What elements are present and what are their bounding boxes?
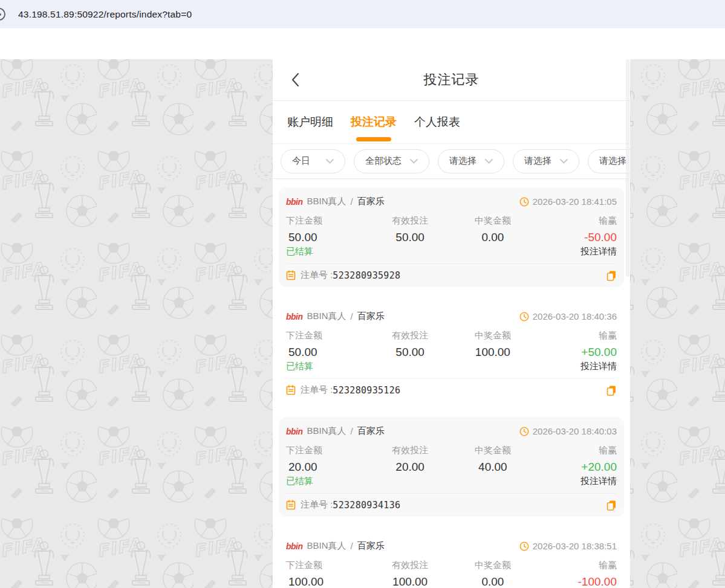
bet-timestamp: 2026-03-20 18:38:51 xyxy=(533,541,617,551)
bet-amount-label: 下注金额 xyxy=(286,215,369,227)
bbin-logo: bbin xyxy=(286,427,303,436)
valid-bet-col: 有效投注 100.00 xyxy=(369,560,452,588)
bet-timestamp: 2026-03-20 18:40:36 xyxy=(533,311,617,321)
card-footer: 注单号 : 523280935126 xyxy=(286,378,617,396)
bet-amount-value: 100.00 xyxy=(286,575,369,588)
win-amount-value: 40.00 xyxy=(452,460,535,474)
bet-amount-label: 下注金额 xyxy=(286,445,369,456)
profit-label: 输赢 xyxy=(534,560,617,571)
bet-detail-link[interactable]: 投注详情 xyxy=(580,476,617,487)
copy-button[interactable] xyxy=(606,270,617,281)
filter-select-5-label: 请选择 xyxy=(599,155,626,167)
status-badge: 已结算 xyxy=(286,246,313,257)
valid-bet-value: 50.00 xyxy=(369,231,452,244)
amount-columns: 下注金额 50.00 有效投注 50.00 中奖金额 100.00 输赢 +50… xyxy=(286,330,617,359)
panel-header: 投注记录 xyxy=(273,59,630,101)
tab-personal-report[interactable]: 个人报表 xyxy=(414,101,460,143)
profit-label: 输赢 xyxy=(534,215,617,227)
bet-timestamp: 2026-03-20 18:40:03 xyxy=(533,426,617,436)
valid-bet-label: 有效投注 xyxy=(369,215,452,227)
order-number-label: 注单号 : xyxy=(301,499,333,511)
amount-columns: 下注金额 20.00 有效投注 20.00 中奖金额 40.00 输赢 +20.… xyxy=(286,445,617,474)
filter-select-3[interactable]: 请选择 xyxy=(438,149,504,173)
provider-name: BBIN真人 xyxy=(307,540,346,552)
win-amount-col: 中奖金额 0.00 xyxy=(452,560,535,588)
bet-detail-link[interactable]: 投注详情 xyxy=(580,361,617,372)
bet-record-card: bbin BBIN真人 / 百家乐 2026-03-20 18:41:05 下注… xyxy=(279,187,624,287)
page-top-whitespace xyxy=(0,28,725,59)
win-amount-label: 中奖金额 xyxy=(452,560,535,571)
bet-record-card: bbin BBIN真人 / 百家乐 2026-03-20 18:40:36 下注… xyxy=(279,302,624,402)
win-amount-col: 中奖金额 40.00 xyxy=(452,445,535,474)
order-number-value: 523280934136 xyxy=(333,500,400,511)
bbin-logo: bbin xyxy=(286,312,303,321)
valid-bet-label: 有效投注 xyxy=(369,560,452,571)
copy-button[interactable] xyxy=(606,385,617,396)
filter-status-select[interactable]: 全部状态 xyxy=(354,149,429,173)
bet-amount-value: 20.00 xyxy=(286,460,369,474)
tab-bet-records[interactable]: 投注记录 xyxy=(351,101,397,143)
card-header: bbin BBIN真人 / 百家乐 2026-03-20 18:41:05 xyxy=(286,196,617,207)
browser-address-bar[interactable]: 43.198.51.89:50922/reports/index?tab=0 xyxy=(0,0,725,28)
status-badge: 已结算 xyxy=(286,476,313,487)
win-amount-col: 中奖金额 0.00 xyxy=(452,215,535,244)
screen: 43.198.51.89:50922/reports/index?tab=0 xyxy=(0,0,725,588)
profit-col: 输赢 -50.00 xyxy=(534,215,617,244)
site-info-icon[interactable] xyxy=(0,8,5,21)
bet-amount-col: 下注金额 100.00 xyxy=(286,560,369,588)
valid-bet-value: 20.00 xyxy=(369,460,452,474)
profit-value: -100.00 xyxy=(534,575,617,588)
provider-separator: / xyxy=(351,311,353,321)
card-header: bbin BBIN真人 / 百家乐 2026-03-20 18:40:36 xyxy=(286,311,617,322)
amount-columns: 下注金额 100.00 有效投注 100.00 中奖金额 0.00 输赢 -10… xyxy=(286,560,617,588)
filter-select-4[interactable]: 请选择 xyxy=(513,149,579,173)
url-text[interactable]: 43.198.51.89:50922/reports/index?tab=0 xyxy=(18,9,192,20)
profit-label: 输赢 xyxy=(534,330,617,341)
bet-record-card: bbin BBIN真人 / 百家乐 2026-03-20 18:38:51 下注… xyxy=(279,532,624,588)
clock-icon xyxy=(519,541,529,551)
bet-amount-col: 下注金额 20.00 xyxy=(286,445,369,474)
bet-detail-link[interactable]: 投注详情 xyxy=(580,246,617,257)
filter-select-3-label: 请选择 xyxy=(449,155,476,167)
tab-account-detail[interactable]: 账户明细 xyxy=(287,101,333,143)
panel-scrollbar[interactable] xyxy=(626,59,629,277)
filter-date-select[interactable]: 今日 xyxy=(281,149,345,173)
valid-bet-label: 有效投注 xyxy=(369,445,452,456)
bet-time: 2026-03-20 18:40:03 xyxy=(519,426,617,436)
card-footer: 注单号 : 523280935928 xyxy=(286,263,617,281)
chevron-down-icon xyxy=(485,159,493,164)
chevron-down-icon xyxy=(410,159,418,164)
filter-select-5[interactable]: 请选择 xyxy=(588,149,630,173)
valid-bet-col: 有效投注 50.00 xyxy=(369,215,452,244)
copy-icon xyxy=(606,270,617,281)
page-title: 投注记录 xyxy=(424,71,480,89)
provider-info: bbin BBIN真人 / 百家乐 xyxy=(286,196,385,207)
chevron-left-icon xyxy=(291,73,299,87)
provider-info: bbin BBIN真人 / 百家乐 xyxy=(286,540,385,552)
card-header: bbin BBIN真人 / 百家乐 2026-03-20 18:38:51 xyxy=(286,540,617,552)
provider-name: BBIN真人 xyxy=(307,425,346,437)
bbin-logo: bbin xyxy=(286,541,303,551)
bet-time: 2026-03-20 18:41:05 xyxy=(519,196,617,207)
copy-icon xyxy=(606,500,617,511)
game-name: 百家乐 xyxy=(357,425,385,437)
win-amount-label: 中奖金额 xyxy=(452,330,535,341)
win-amount-col: 中奖金额 100.00 xyxy=(452,330,535,359)
chevron-down-icon xyxy=(326,159,334,164)
clock-icon xyxy=(519,197,529,207)
provider-info: bbin BBIN真人 / 百家乐 xyxy=(286,311,385,322)
bet-amount-label: 下注金额 xyxy=(286,330,369,341)
copy-icon xyxy=(606,385,617,396)
filter-status-label: 全部状态 xyxy=(365,155,402,167)
profit-value: -50.00 xyxy=(534,231,617,244)
provider-name: BBIN真人 xyxy=(307,196,346,207)
copy-button[interactable] xyxy=(606,500,617,511)
back-button[interactable] xyxy=(287,72,303,88)
amount-columns: 下注金额 50.00 有效投注 50.00 中奖金额 0.00 输赢 -50.0… xyxy=(286,215,617,244)
game-name: 百家乐 xyxy=(357,540,385,552)
order-number-label: 注单号 : xyxy=(301,384,333,396)
status-badge: 已结算 xyxy=(286,361,313,372)
card-footer: 注单号 : 523280934136 xyxy=(286,493,617,511)
provider-name: BBIN真人 xyxy=(307,311,346,322)
clock-icon xyxy=(519,427,529,436)
